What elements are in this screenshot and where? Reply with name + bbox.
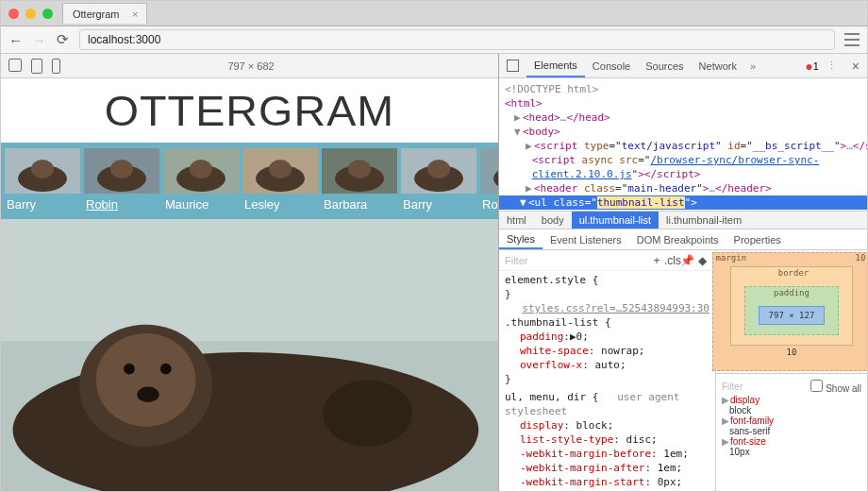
devtools-tab-console[interactable]: Console: [585, 54, 638, 77]
styles-subtab[interactable]: Properties: [726, 229, 789, 249]
error-indicator-icon[interactable]: ●: [805, 59, 812, 74]
more-tabs-icon[interactable]: »: [744, 60, 761, 72]
svg-point-5: [110, 160, 133, 178]
computed-property[interactable]: ▶font-family: [722, 416, 861, 426]
dom-node[interactable]: ▼<body>: [505, 125, 867, 139]
css-rules[interactable]: element.style {}styles.css?rel=…52543894…: [499, 271, 715, 491]
devtools-tab-network[interactable]: Network: [692, 54, 744, 77]
page-viewport[interactable]: OTTERGRAM Barry Robin Maurice Lesley Bar…: [1, 78, 498, 491]
devtools-tab-elements[interactable]: Elements: [526, 54, 585, 77]
box-content-size: 797 × 127: [759, 306, 826, 325]
thumbnail-image: [84, 148, 159, 194]
tab-strip: Ottergram ×: [1, 1, 867, 26]
styles-filter-row: Filter + .cls 📌 ◆: [499, 250, 715, 271]
thumbnail-item[interactable]: Robin: [84, 148, 159, 217]
svg-point-2: [31, 160, 54, 178]
thumbnail-image: [401, 148, 476, 194]
thumbnail-caption: Lesley: [242, 194, 318, 217]
styles-subtab[interactable]: Event Listeners: [542, 229, 629, 249]
inspect-element-icon[interactable]: [507, 59, 519, 72]
breadcrumb-item[interactable]: ul.thumbnail-list: [572, 212, 659, 229]
devtools-menu-icon[interactable]: ⋮: [819, 59, 844, 72]
breadcrumb-item[interactable]: html: [499, 212, 534, 229]
browser-tab[interactable]: Ottergram ×: [62, 3, 147, 24]
close-window-button[interactable]: [8, 8, 19, 19]
phone-icon[interactable]: [52, 59, 60, 74]
minimize-window-button[interactable]: [25, 8, 36, 19]
new-rule-icon[interactable]: +: [649, 254, 664, 267]
styles-tabbar: StylesEvent ListenersDOM BreakpointsProp…: [499, 229, 867, 250]
forward-button[interactable]: →: [32, 32, 46, 48]
breadcrumb-item[interactable]: body: [534, 212, 572, 229]
box-model[interactable]: margin 10 border padding 797 × 127 10: [716, 250, 867, 373]
computed-value: 10px: [722, 447, 861, 457]
thumbnail-item[interactable]: Barry: [401, 148, 476, 217]
pin-icon[interactable]: 📌: [679, 254, 694, 267]
styles-filter-input[interactable]: Filter: [505, 255, 527, 266]
dom-node[interactable]: <!DOCTYPE html>: [505, 82, 867, 96]
thumbnail-image: [480, 148, 498, 194]
responsive-icon[interactable]: [8, 59, 22, 72]
dom-node[interactable]: client.2.10.0.js"></script>: [505, 167, 867, 181]
detail-image: [1, 219, 498, 491]
dom-node[interactable]: ▶<head>…</head>: [505, 110, 867, 125]
svg-rect-22: [1, 219, 498, 341]
thumbnail-item[interactable]: Lesley: [242, 148, 318, 217]
styles-subtab[interactable]: Styles: [499, 229, 542, 249]
styles-subtab[interactable]: DOM Breakpoints: [629, 229, 726, 249]
breadcrumb-item[interactable]: li.thumbnail-item: [659, 212, 749, 229]
svg-point-29: [324, 380, 412, 447]
svg-point-27: [160, 364, 172, 375]
hover-state-icon[interactable]: ◆: [694, 254, 709, 267]
browser-window: Ottergram × ← → ⟳ localhost:3000 797 × 6…: [0, 0, 868, 492]
close-devtools-button[interactable]: ×: [844, 59, 867, 74]
dom-node[interactable]: ▶<header class="main-header">…</header>: [505, 181, 867, 195]
thumbnail-item[interactable]: Ro: [480, 148, 498, 217]
computed-value: sans-serif: [722, 426, 861, 436]
thumbnail-caption: Barbara: [322, 194, 397, 217]
show-all-checkbox[interactable]: [810, 380, 823, 392]
dom-node[interactable]: ▶<script type="text/javascript" id="__bs…: [505, 139, 867, 153]
svg-rect-18: [480, 148, 498, 194]
thumbnail-image: [5, 148, 80, 194]
svg-point-17: [427, 160, 450, 178]
cls-toggle[interactable]: .cls: [664, 254, 679, 267]
thumbnail-caption: Maurice: [163, 194, 239, 217]
reload-button[interactable]: ⟳: [56, 31, 70, 48]
tablet-icon[interactable]: [31, 59, 42, 74]
svg-point-14: [348, 160, 371, 178]
computed-list[interactable]: Filter Show all ▶display block▶font-fami…: [716, 373, 867, 491]
thumbnail-item[interactable]: Barbara: [322, 148, 397, 217]
thumbnail-caption: Barry: [401, 194, 476, 217]
traffic-lights: [8, 8, 53, 19]
zoom-window-button[interactable]: [42, 8, 53, 19]
dom-node[interactable]: <script async src="/browser-sync/browser…: [505, 153, 867, 167]
devtools-tabbar: ElementsConsoleSourcesNetwork » ● 1 ⋮ ×: [499, 54, 867, 78]
close-tab-icon[interactable]: ×: [132, 8, 138, 20]
toolbar: ← → ⟳ localhost:3000: [1, 26, 867, 54]
url-text: localhost:3000: [88, 33, 160, 46]
svg-point-8: [190, 160, 212, 178]
computed-filter-input[interactable]: Filter: [722, 382, 743, 392]
thumbnail-item[interactable]: Maurice: [163, 148, 239, 217]
tab-title: Ottergram: [73, 8, 120, 20]
styles-panel: Filter + .cls 📌 ◆ element.style {}styles…: [499, 250, 867, 491]
devtools-pane: ElementsConsoleSourcesNetwork » ● 1 ⋮ × …: [498, 54, 867, 491]
dom-node-selected[interactable]: ▼<ul class="thumbnail-list">: [499, 195, 867, 210]
breadcrumb[interactable]: htmlbodyul.thumbnail-listli.thumbnail-it…: [499, 211, 867, 229]
page-title: OTTERGRAM: [1, 88, 498, 135]
styles-rules-pane: Filter + .cls 📌 ◆ element.style {}styles…: [499, 250, 716, 491]
device-toolbar: 797 × 682: [1, 54, 498, 78]
menu-button[interactable]: [844, 33, 860, 46]
computed-property[interactable]: ▶font-size: [722, 436, 861, 447]
computed-property[interactable]: ▶display: [722, 395, 861, 405]
thumbnail-item[interactable]: Barry: [5, 148, 80, 217]
dom-node[interactable]: <html>: [505, 96, 867, 110]
elements-tree[interactable]: <!DOCTYPE html><html>▶<head>…</head>▼<bo…: [499, 78, 867, 211]
devtools-tab-sources[interactable]: Sources: [638, 54, 691, 77]
address-bar[interactable]: localhost:3000: [79, 29, 835, 50]
thumbnail-caption: Barry: [5, 194, 80, 217]
rendered-page-pane: 797 × 682 OTTERGRAM Barry Robin Maurice …: [1, 54, 498, 491]
thumbnail-caption: Robin: [84, 194, 159, 217]
back-button[interactable]: ←: [8, 32, 23, 48]
